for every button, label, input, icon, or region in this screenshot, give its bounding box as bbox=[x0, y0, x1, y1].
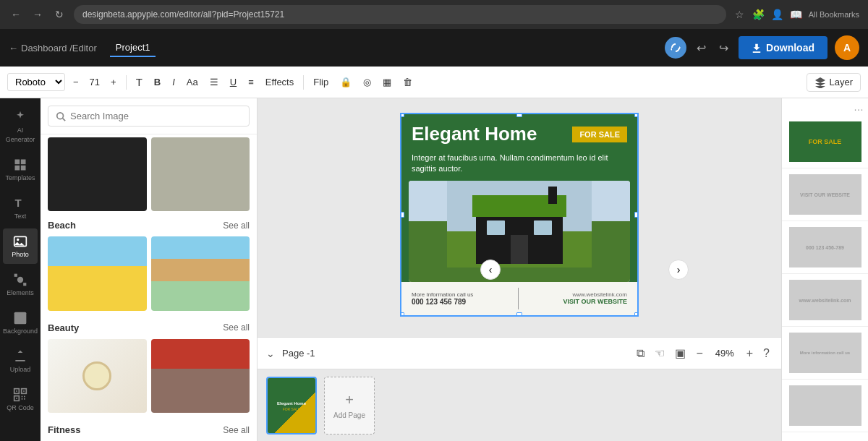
right-thumb-visit[interactable]: VISIT OUR WEBSITE bbox=[782, 168, 868, 221]
font-selector[interactable]: Roboto bbox=[7, 73, 65, 91]
bottom-bar: ⌄ Page -1 ⧉ ☜ ▣ − 49% + ? bbox=[258, 337, 781, 369]
zoom-tools: ⧉ ☜ ▣ − 49% + ? bbox=[634, 343, 773, 363]
list-item[interactable] bbox=[48, 137, 147, 211]
canvas-area: ‹ › Elegant Home FOR SALE bbox=[258, 98, 781, 441]
hand-tool-button[interactable]: ☜ bbox=[652, 343, 668, 363]
download-button[interactable]: Download bbox=[739, 36, 827, 59]
back-button[interactable]: ← bbox=[9, 7, 23, 22]
fitness-see-all[interactable]: See all bbox=[223, 425, 250, 435]
design-card: Elegant Home FOR SALE Integer at faucibu… bbox=[400, 113, 639, 317]
search-section bbox=[41, 98, 257, 134]
extension-icon[interactable]: 🧩 bbox=[752, 8, 765, 21]
design-title[interactable]: Elegant Home bbox=[412, 123, 537, 145]
page-label: Page -1 bbox=[282, 348, 315, 359]
select-tool-button[interactable]: ⧉ bbox=[634, 344, 647, 363]
svg-rect-8 bbox=[14, 274, 17, 277]
top-images bbox=[41, 134, 257, 214]
font-size-increase[interactable]: + bbox=[107, 74, 120, 90]
sidebar-item-qr-code[interactable]: QR Code bbox=[3, 382, 38, 417]
sidebar-item-photo[interactable]: Photo bbox=[3, 228, 38, 264]
house-illustration bbox=[447, 181, 592, 267]
left-sidebar: AI Generator Templates T Text Photo Elem… bbox=[0, 98, 41, 441]
project-tab[interactable]: Project1 bbox=[110, 39, 156, 57]
sidebar-item-ai-generator[interactable]: AI Generator bbox=[3, 104, 38, 149]
svg-line-22 bbox=[63, 118, 66, 121]
breadcrumb-text: Dashboard /Editor bbox=[21, 43, 97, 53]
beach-see-all[interactable]: See all bbox=[223, 220, 250, 231]
beauty-title: Beauty bbox=[48, 322, 79, 333]
beach-section: Beach See all bbox=[41, 214, 257, 316]
more-options-button[interactable]: … bbox=[782, 98, 868, 116]
search-input[interactable] bbox=[70, 111, 242, 121]
align-button[interactable]: ☰ bbox=[206, 74, 222, 90]
opacity-button[interactable]: ◎ bbox=[359, 74, 375, 90]
bookmark-icon[interactable]: 📖 bbox=[790, 8, 803, 21]
right-thumb-phone[interactable]: 000 123 456-789 bbox=[782, 221, 868, 274]
refresh-button[interactable]: ↻ bbox=[52, 7, 67, 22]
list-item[interactable] bbox=[48, 236, 147, 310]
canvas-prev-button[interactable]: ‹ bbox=[480, 260, 501, 280]
right-thumb-for-sale[interactable]: FOR SALE bbox=[782, 116, 868, 168]
font-size-btn[interactable]: Aa bbox=[183, 74, 202, 90]
help-button[interactable]: ? bbox=[760, 344, 773, 363]
line-height-button[interactable]: ≡ bbox=[244, 74, 258, 90]
list-item[interactable] bbox=[151, 339, 250, 413]
right-panel: … FOR SALE VISIT OUR WEBSITE 000 123 456… bbox=[781, 98, 868, 441]
right-thumb-empty[interactable] bbox=[782, 380, 868, 432]
svg-rect-2 bbox=[15, 166, 20, 171]
list-item[interactable] bbox=[151, 137, 250, 211]
search-box[interactable] bbox=[48, 106, 250, 127]
font-size-decrease[interactable]: − bbox=[69, 74, 82, 90]
zoom-out-button[interactable]: − bbox=[693, 344, 705, 363]
sidebar-item-elements[interactable]: Elements bbox=[3, 267, 38, 302]
sync-button[interactable] bbox=[665, 37, 686, 59]
fitness-section: Fitness See all bbox=[41, 419, 257, 441]
right-thumb-website[interactable]: www.websitelink.com bbox=[782, 274, 868, 327]
page-thumb-1[interactable]: Elegant Home FOR SALE bbox=[266, 377, 317, 434]
font-size-value: 71 bbox=[87, 77, 103, 87]
url-bar[interactable]: designbeta.appypie.com/editor/all?pid=Pr… bbox=[74, 5, 726, 24]
redo-button[interactable]: ↪ bbox=[716, 38, 731, 58]
beauty-section: Beauty See all bbox=[41, 317, 257, 419]
italic-button[interactable]: I bbox=[169, 74, 179, 90]
profile-icon[interactable]: 👤 bbox=[771, 8, 784, 21]
main-area: AI Generator Templates T Text Photo Elem… bbox=[0, 98, 868, 441]
design-footer: More Information call us 000 123 456 789… bbox=[401, 282, 637, 315]
position-button[interactable]: ▦ bbox=[379, 74, 395, 90]
website-url: www.websitelink.com bbox=[572, 291, 627, 298]
beauty-see-all[interactable]: See all bbox=[223, 322, 250, 333]
footer-divider bbox=[518, 288, 519, 309]
list-item[interactable] bbox=[48, 339, 147, 413]
design-subtitle[interactable]: Integer at faucibus urna. Nullam condime… bbox=[401, 150, 637, 181]
flip-button[interactable]: Flip bbox=[310, 74, 332, 90]
undo-button[interactable]: ↩ bbox=[694, 38, 709, 58]
bold-button[interactable]: B bbox=[150, 74, 164, 90]
svg-rect-28 bbox=[534, 220, 552, 235]
layer-panel-button[interactable]: Layer bbox=[807, 73, 861, 92]
underline-button[interactable]: U bbox=[226, 74, 240, 90]
nav-breadcrumb[interactable]: ← Dashboard /Editor bbox=[9, 43, 97, 53]
bookmarks-label: All Bookmarks bbox=[809, 10, 859, 19]
separator-1 bbox=[126, 75, 127, 90]
zoom-in-button[interactable]: + bbox=[744, 344, 756, 363]
effects-button[interactable]: Effects bbox=[262, 74, 298, 90]
house-image bbox=[409, 181, 630, 282]
sidebar-item-background[interactable]: Background bbox=[3, 305, 38, 341]
user-avatar[interactable]: A bbox=[835, 35, 859, 60]
sidebar-item-templates[interactable]: Templates bbox=[3, 152, 38, 187]
lock-button[interactable]: 🔒 bbox=[336, 74, 355, 90]
download-label: Download bbox=[766, 42, 814, 53]
pages-chevron-button[interactable]: ⌄ bbox=[266, 348, 275, 359]
forward-button[interactable]: → bbox=[30, 7, 45, 22]
list-item[interactable] bbox=[151, 236, 250, 310]
text-type-button[interactable]: T bbox=[132, 74, 146, 90]
right-thumb-info[interactable]: More information call us bbox=[782, 327, 868, 380]
add-page-button[interactable]: + Add Page bbox=[324, 377, 375, 434]
delete-button[interactable]: 🗑 bbox=[399, 74, 416, 90]
star-icon[interactable]: ☆ bbox=[733, 8, 746, 21]
canvas-next-button[interactable]: › bbox=[668, 260, 689, 280]
frame-tool-button[interactable]: ▣ bbox=[672, 343, 689, 363]
for-sale-badge[interactable]: FOR SALE bbox=[572, 127, 627, 142]
sidebar-item-upload[interactable]: Upload bbox=[3, 343, 38, 379]
sidebar-item-text[interactable]: T Text bbox=[3, 190, 38, 226]
